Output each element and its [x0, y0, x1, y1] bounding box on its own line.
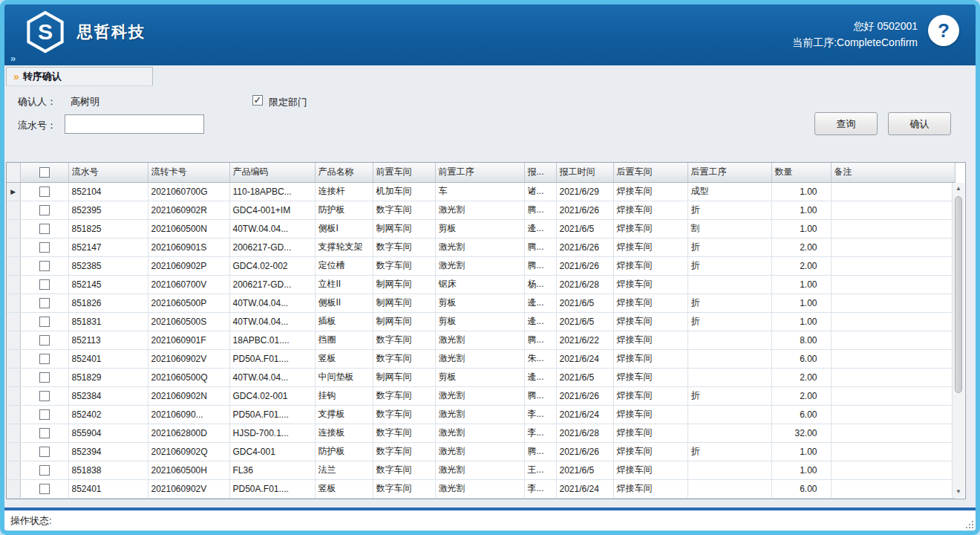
row-checkbox[interactable]: ✓ — [39, 391, 50, 401]
select-all-checkbox[interactable]: ✓ — [39, 167, 50, 178]
cell-post_proc — [687, 331, 771, 349]
column-header[interactable]: 前置车间 — [373, 163, 435, 182]
help-button[interactable]: ? — [928, 15, 959, 46]
row-checkbox[interactable]: ✓ — [39, 279, 50, 290]
cell-serial: 852394 — [68, 442, 148, 461]
scroll-down-icon[interactable]: ▼ — [953, 486, 964, 498]
cell-post_shop: 焊接车间 — [613, 442, 687, 461]
column-header[interactable]: 报... — [524, 163, 556, 182]
table-row[interactable]: ✓8521472021060901S2006217-GD...支撑轮支架数字车间… — [7, 238, 955, 256]
row-checkbox[interactable]: ✓ — [39, 242, 50, 253]
table-row[interactable]: ✓8523842021060902NGDC4.02-001挂钩数字车间激光割腾.… — [7, 386, 955, 405]
table-row[interactable]: ✓8523952021060902RGDC4-001+IM防护板数字车间激光割腾… — [7, 201, 955, 219]
column-header[interactable]: 数量 — [771, 163, 831, 182]
row-checkbox[interactable]: ✓ — [39, 428, 50, 438]
row-select-cell: ✓ — [20, 331, 68, 349]
cell-post_shop: 焊接车间 — [613, 424, 687, 442]
row-checkbox[interactable]: ✓ — [39, 317, 50, 327]
cell-remark — [831, 275, 955, 294]
column-header[interactable]: 报工时间 — [556, 163, 613, 182]
column-header[interactable]: 备注 — [831, 163, 955, 182]
current-process-label: 当前工序:CompleteConfirm — [792, 34, 918, 51]
row-checkbox[interactable]: ✓ — [39, 335, 50, 346]
vertical-scrollbar[interactable]: ▲ ▼ — [952, 183, 964, 498]
row-checkbox[interactable]: ✓ — [39, 187, 50, 197]
row-checkbox[interactable]: ✓ — [39, 224, 50, 234]
cell-pre_shop: 制网车间 — [373, 368, 435, 386]
row-select-cell: ✓ — [20, 201, 68, 219]
cell-remark — [831, 349, 955, 368]
cell-code: 40TW.04.04... — [229, 368, 315, 386]
grid-table: ✓ 流水号流转卡号产品编码产品名称前置车间前置工序报...报工时间后置车间后置工… — [7, 163, 956, 499]
cell-name: 插板 — [315, 312, 373, 331]
tab-transfer-confirm[interactable]: » 转序确认 — [6, 67, 153, 86]
row-checkbox[interactable]: ✓ — [39, 261, 50, 271]
cell-card: 2021060700G — [148, 182, 229, 201]
column-header[interactable]: 流转卡号 — [148, 163, 229, 182]
cell-reporter: 腾... — [524, 331, 556, 349]
table-row[interactable]: ✓8518262021060500P40TW.04.04...侧板II制网车间剪… — [7, 294, 955, 312]
cell-qty: 6.00 — [771, 349, 831, 368]
row-select-cell: ✓ — [20, 461, 68, 479]
cell-reporter: 腾... — [524, 238, 556, 256]
column-header[interactable]: 产品名称 — [315, 163, 373, 182]
cell-pre_shop: 机加车间 — [373, 182, 435, 201]
table-row[interactable]: ✓8518252021060500N40TW.04.04...侧板I制网车间剪板… — [7, 219, 955, 238]
cell-time: 2021/6/24 — [556, 349, 613, 368]
row-checkbox[interactable]: ✓ — [39, 447, 50, 457]
cell-serial: 852384 — [68, 386, 148, 405]
row-checkbox[interactable]: ✓ — [39, 354, 50, 364]
resize-grip[interactable] — [964, 519, 973, 528]
cell-pre_proc: 锯床 — [435, 275, 524, 294]
cell-name: 挂钩 — [315, 386, 373, 405]
collapse-chevron-icon[interactable]: » — [10, 53, 16, 64]
cell-time: 2021/6/26 — [556, 386, 613, 405]
confirm-button[interactable]: 确认 — [888, 112, 951, 135]
cell-pre_shop: 制网车间 — [373, 219, 435, 238]
cell-code: PD50A.F01.... — [229, 479, 315, 498]
column-header[interactable]: 产品编码 — [229, 163, 315, 182]
table-row[interactable]: ✓8559042021062800DHJSD-700.1...连接板数字车间激光… — [7, 424, 955, 442]
row-checkbox[interactable]: ✓ — [39, 409, 50, 420]
cell-remark — [831, 238, 955, 256]
limit-department-checkbox[interactable]: ✓ — [252, 95, 263, 106]
cell-post_proc — [687, 424, 771, 442]
cell-serial: 851826 — [68, 294, 148, 312]
cell-post_proc: 成型 — [687, 182, 771, 201]
column-header[interactable]: 前置工序 — [435, 163, 524, 182]
row-checkbox[interactable]: ✓ — [39, 205, 50, 215]
cell-time: 2021/6/5 — [556, 312, 613, 331]
table-row[interactable]: ✓8523852021060902PGDC4.02-002定位槽数字车间激光割腾… — [7, 256, 955, 275]
cell-pre_proc: 激光割 — [435, 479, 524, 498]
table-row[interactable]: ✓8518382021060500HFL36法兰数字车间激光割王...2021/… — [7, 461, 955, 479]
cell-remark — [831, 461, 955, 479]
table-row[interactable]: ✓8523942021060902QGDC4-001防护板数字车间激光割腾...… — [7, 442, 955, 461]
cell-pre_shop: 数字车间 — [373, 256, 435, 275]
row-select-cell: ✓ — [20, 386, 68, 405]
table-row[interactable]: ✓8518292021060500Q40TW.04.04...中间垫板制网车间剪… — [7, 368, 955, 386]
cell-qty: 2.00 — [771, 256, 831, 275]
table-row[interactable]: ✓8524012021060902VPD50A.F01....竖板数字车间激光割… — [7, 479, 955, 498]
column-header[interactable]: 后置工序 — [687, 163, 771, 182]
confirmer-label: 确认人： — [18, 95, 56, 108]
table-row[interactable]: ✓8524012021060902VPD50A.F01....竖板数字车间激光割… — [7, 349, 955, 368]
row-checkbox[interactable]: ✓ — [39, 484, 50, 494]
table-row[interactable]: ✓8518312021060500S40TW.04.04...插板制网车间剪板逄… — [7, 312, 955, 331]
cell-card: 2021060902V — [148, 479, 229, 498]
cell-qty: 1.00 — [771, 442, 831, 461]
table-row[interactable]: ▶✓8521042021060700G110-18APBC...连接杆机加车间车… — [7, 182, 955, 201]
row-checkbox[interactable]: ✓ — [39, 465, 50, 476]
serial-number-input[interactable] — [65, 114, 204, 134]
app-header: S 思哲科技 » 您好 0502001 当前工序:CompleteConfirm… — [4, 4, 976, 65]
cell-qty: 2.00 — [771, 238, 831, 256]
column-header[interactable]: 流水号 — [68, 163, 148, 182]
table-row[interactable]: ✓852402202106090...PD50A.F01....支撑板数字车间激… — [7, 405, 955, 424]
row-checkbox[interactable]: ✓ — [39, 372, 50, 383]
scrollbar-thumb[interactable] — [955, 196, 962, 393]
table-row[interactable]: ✓8521452021060700V2006217-GD...立柱II制网车间锯… — [7, 275, 955, 294]
column-header[interactable]: 后置车间 — [613, 163, 687, 182]
row-checkbox[interactable]: ✓ — [39, 298, 50, 308]
scroll-up-icon[interactable]: ▲ — [953, 183, 964, 195]
query-button[interactable]: 查询 — [814, 112, 878, 135]
table-row[interactable]: ✓8521132021060901F18APBC.01....挡圈数字车间激光割… — [7, 331, 955, 349]
